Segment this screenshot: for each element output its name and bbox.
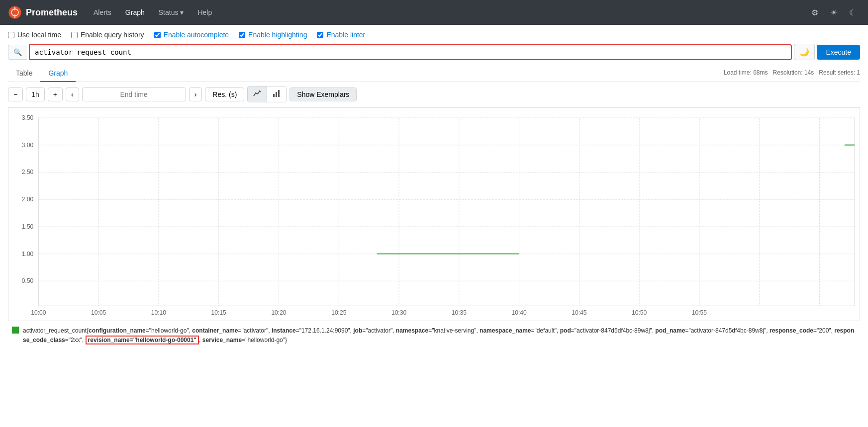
enable-query-history-label[interactable]: Enable query history <box>71 31 144 39</box>
enable-autocomplete-text: Enable autocomplete <box>164 31 229 39</box>
minus-btn[interactable]: − <box>8 87 23 101</box>
enable-query-history-checkbox[interactable] <box>71 32 78 38</box>
duration-label: 1h <box>26 87 45 101</box>
svg-text:3.00: 3.00 <box>22 142 34 149</box>
line-chart-icon <box>253 89 262 98</box>
nav-links: Alerts Graph Status ▾ Help <box>88 4 807 20</box>
svg-text:10:50: 10:50 <box>632 309 647 316</box>
prometheus-logo <box>8 5 22 19</box>
svg-rect-7 <box>8 108 860 321</box>
load-time: Load time: 68ms <box>724 69 768 76</box>
next-btn[interactable]: › <box>189 87 202 101</box>
enable-autocomplete-label[interactable]: Enable autocomplete <box>154 31 229 39</box>
tab-info: Load time: 68ms Resolution: 14s Result s… <box>724 69 860 78</box>
svg-text:10:10: 10:10 <box>151 309 167 316</box>
svg-text:10:15: 10:15 <box>211 309 227 316</box>
show-exemplars-btn[interactable]: Show Exemplars <box>289 87 357 101</box>
search-icon-btn[interactable]: 🔍 <box>8 45 27 60</box>
brand: Prometheus <box>8 5 78 19</box>
graph-controls: − 1h + ‹ › Res. (s) Show Exemplars <box>8 86 860 102</box>
svg-text:2.50: 2.50 <box>22 169 34 175</box>
bar-chart-btn[interactable] <box>267 86 286 102</box>
svg-text:1.00: 1.00 <box>22 251 34 257</box>
legend-text: activator_request_count{configuration_na… <box>23 326 856 345</box>
use-local-time-text: Use local time <box>17 31 61 39</box>
svg-text:10:05: 10:05 <box>91 309 106 316</box>
svg-text:0.50: 0.50 <box>22 277 34 284</box>
svg-text:10:45: 10:45 <box>572 309 587 316</box>
svg-text:10:20: 10:20 <box>271 309 287 316</box>
navbar: Prometheus Alerts Graph Status ▾ Help ⚙ … <box>0 0 868 25</box>
svg-text:10:55: 10:55 <box>692 309 707 316</box>
enable-linter-checkbox[interactable] <box>317 32 323 38</box>
enable-highlighting-text: Enable highlighting <box>248 31 307 39</box>
chart-type-group <box>247 86 287 102</box>
svg-text:10:40: 10:40 <box>512 309 527 316</box>
navbar-right: ⚙ ☀ ☾ <box>807 6 860 19</box>
main-content: Use local time Enable query history Enab… <box>0 25 868 351</box>
prev-btn[interactable]: ‹ <box>66 87 79 101</box>
brand-title: Prometheus <box>26 7 78 18</box>
line-chart-btn[interactable] <box>248 86 267 102</box>
theme-dark-btn[interactable]: ☾ <box>845 6 860 19</box>
svg-rect-5 <box>276 92 277 97</box>
nav-status-dropdown[interactable]: Status ▾ <box>153 4 190 20</box>
svg-text:1.50: 1.50 <box>22 223 34 230</box>
enable-query-history-text: Enable query history <box>81 31 144 39</box>
svg-text:2.00: 2.00 <box>22 196 34 203</box>
nav-graph[interactable]: Graph <box>119 4 151 20</box>
tab-table[interactable]: Table <box>8 65 40 82</box>
legend-item: activator_request_count{configuration_na… <box>12 326 856 345</box>
result-series: Result series: 1 <box>819 69 860 76</box>
svg-text:3.50: 3.50 <box>22 114 34 121</box>
enable-highlighting-label[interactable]: Enable highlighting <box>239 31 307 39</box>
enable-linter-label[interactable]: Enable linter <box>317 31 365 39</box>
chart-svg: 3.50 3.00 2.50 2.00 1.50 1.00 0.50 10:00… <box>8 108 860 321</box>
use-local-time-label[interactable]: Use local time <box>8 31 61 39</box>
chart-container: 3.50 3.00 2.50 2.00 1.50 1.00 0.50 10:00… <box>8 107 860 321</box>
resolution: Resolution: 14s <box>773 69 814 76</box>
execute-button[interactable]: Execute <box>817 45 860 60</box>
svg-text:10:25: 10:25 <box>331 309 347 316</box>
theme-light-btn[interactable]: ☀ <box>826 6 841 19</box>
tabs-row: Table Graph Load time: 68ms Resolution: … <box>8 65 860 82</box>
svg-text:10:35: 10:35 <box>452 309 467 316</box>
svg-text:10:00: 10:00 <box>31 309 46 316</box>
settings-icon-btn[interactable]: ⚙ <box>807 6 822 19</box>
svg-text:10:30: 10:30 <box>391 309 407 316</box>
end-time-input[interactable] <box>82 87 186 101</box>
nav-help[interactable]: Help <box>192 4 218 20</box>
enable-autocomplete-checkbox[interactable] <box>154 32 161 38</box>
svg-rect-4 <box>273 94 275 97</box>
query-row: 🔍 🌙 Execute <box>8 44 860 60</box>
nav-alerts[interactable]: Alerts <box>88 4 117 20</box>
enable-highlighting-checkbox[interactable] <box>239 32 245 38</box>
svg-rect-6 <box>278 90 280 97</box>
resolution-btn[interactable]: Res. (s) <box>205 87 244 101</box>
settings-row: Use local time Enable query history Enab… <box>8 31 860 39</box>
query-input[interactable] <box>29 44 792 60</box>
enable-linter-text: Enable linter <box>326 31 365 39</box>
dark-mode-btn[interactable]: 🌙 <box>794 44 815 60</box>
legend-text-before: activator_request_count{configuration_na… <box>23 327 854 344</box>
bar-chart-icon <box>272 89 281 98</box>
legend: activator_request_count{configuration_na… <box>8 326 860 345</box>
plus-btn[interactable]: + <box>48 87 63 101</box>
tab-graph[interactable]: Graph <box>40 65 76 82</box>
legend-color-swatch <box>12 327 19 334</box>
use-local-time-checkbox[interactable] <box>8 32 14 38</box>
